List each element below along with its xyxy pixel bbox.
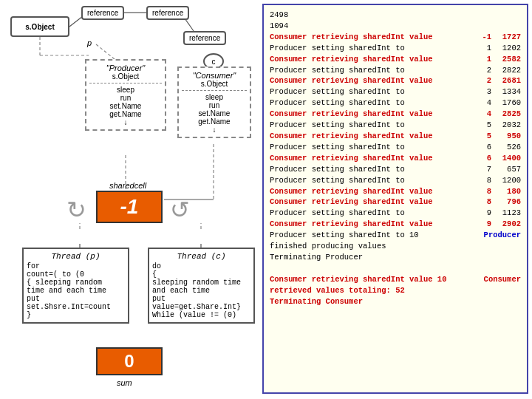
sharedcell-label: sharedcell: [109, 181, 146, 190]
consumer-title: "Consumer": [182, 71, 247, 80]
log-num1: 7: [475, 164, 491, 175]
log-text: Consumer retrieving sharedInt value: [270, 153, 475, 164]
log-line: Consumer retrieving sharedInt value 10Co…: [270, 274, 521, 285]
log-num1: 9: [475, 219, 491, 230]
log-text: 2498: [270, 10, 521, 21]
log-text: Consumer retrieving sharedInt value: [270, 197, 475, 208]
log-text: Producer setting sharedInt to: [270, 120, 475, 131]
log-num1: 8: [475, 175, 491, 186]
log-num1: 5: [475, 120, 491, 131]
thread-c-while: While (value != (0): [152, 311, 250, 319]
log-text: Producer setting sharedInt to: [270, 164, 475, 175]
log-text: retrieved values totaling: 52: [270, 285, 521, 296]
log-line: Producer setting sharedInt to81200: [270, 175, 521, 186]
log-line: Producer setting sharedInt to6526: [270, 142, 521, 153]
reference-box-3: reference: [183, 31, 226, 45]
sharedcell-box: -1: [96, 191, 163, 223]
thread-c-value: value=get.Share.Int}: [152, 303, 250, 311]
log-text: 1094: [270, 21, 521, 32]
producer-method-setname: set.Name: [89, 102, 162, 110]
log-line: Producer setting sharedInt to11202: [270, 43, 521, 54]
log-line: Producer setting sharedInt to 10Producer: [270, 230, 521, 241]
log-line: Consumer retrieving sharedInt value-1172…: [270, 32, 521, 43]
log-num1: 3: [475, 86, 491, 98]
thread-c-put: put: [152, 295, 250, 303]
log-text: Consumer retrieving sharedInt value: [270, 219, 475, 230]
log-num2: 180: [494, 186, 521, 197]
log-line: Consumer retrieving sharedInt value61400: [270, 153, 521, 164]
log-num1: 1: [475, 54, 491, 65]
ref3-label: reference: [189, 34, 220, 42]
log-line: [270, 263, 521, 274]
log-num2: 657: [494, 164, 521, 175]
consumer-method-sleep: sleep: [182, 93, 247, 101]
log-num2: 2825: [494, 109, 521, 120]
log-num2: 796: [494, 197, 521, 208]
thread-p-count: count=( to (0: [27, 270, 125, 279]
thread-p-set: set.Shsre.Int=count: [27, 303, 125, 311]
producer-method-more: ↓: [89, 118, 162, 126]
producer-title: "Producer": [89, 64, 162, 72]
log-text: finished producing values: [270, 241, 521, 252]
producer-method-sleep: sleep: [89, 86, 162, 94]
log-text: Consumer retrieving sharedInt value: [270, 186, 475, 197]
ref1-label: reference: [87, 9, 118, 17]
thread-p-box: Thread (p) for count=( to (0 { sleeping …: [22, 248, 129, 324]
log-line: Terminating Consumer: [270, 296, 521, 307]
log-text: Producer setting sharedInt to: [270, 208, 475, 219]
thread-c-time: and each time: [152, 287, 250, 295]
log-extra-label: Producer: [484, 230, 521, 241]
thread-p-title: Thread (p): [27, 252, 125, 261]
sobject-ellipse: s.Object: [10, 16, 69, 37]
log-num2: 2032: [494, 120, 521, 131]
sum-box: 0: [96, 347, 163, 375]
log-text: Terminating Consumer: [270, 296, 521, 307]
log-panel: 24981094Consumer retrieving sharedInt va…: [262, 4, 528, 394]
log-text: Consumer retrieving sharedInt value: [270, 75, 475, 86]
log-line: Terminating Producer: [270, 252, 521, 263]
diagram-panel: s.Object reference reference reference p…: [0, 0, 266, 399]
c-label: c: [212, 58, 216, 66]
log-line: Producer setting sharedInt to41760: [270, 98, 521, 109]
log-text: Producer setting sharedInt to 10: [270, 230, 480, 241]
log-num1: -1: [475, 32, 491, 43]
reference-box-2: reference: [146, 6, 189, 20]
thread-p-put: put: [27, 295, 125, 303]
thread-p-end: }: [27, 311, 125, 319]
log-line: Consumer retrieving sharedInt value92902: [270, 219, 521, 230]
arrow-right-icon: ↺: [170, 196, 190, 224]
log-text: Consumer retrieving sharedInt value 10: [270, 274, 480, 285]
log-line: Consumer retrieving sharedInt value42825: [270, 109, 521, 120]
thread-p-for: for: [27, 262, 125, 270]
log-num2: 2902: [494, 219, 521, 230]
log-num2: 950: [494, 131, 521, 142]
log-line: Producer setting sharedInt to31334: [270, 86, 521, 98]
log-num2: 1334: [494, 86, 521, 98]
sobject-label: s.Object: [25, 23, 54, 31]
consumer-subtitle: s.Object: [182, 80, 247, 88]
p-label: p: [87, 38, 92, 47]
log-text: Consumer retrieving sharedInt value: [270, 32, 475, 43]
log-line: Consumer retrieving sharedInt value22681: [270, 75, 521, 86]
log-num1: 6: [475, 142, 491, 153]
sharedcell-value: -1: [120, 195, 139, 219]
log-line: Consumer retrieving sharedInt value12582: [270, 54, 521, 65]
ref2-label: reference: [152, 9, 183, 17]
reference-box-1: reference: [81, 6, 124, 20]
log-num1: 1: [475, 43, 491, 54]
consumer-method-run: run: [182, 101, 247, 109]
log-text: Producer setting sharedInt to: [270, 43, 475, 54]
log-num1: 9: [475, 208, 491, 219]
log-text: Consumer retrieving sharedInt value: [270, 109, 475, 120]
consumer-box: "Consumer" s.Object sleep run set.Name g…: [177, 66, 251, 138]
producer-box: "Producer" s.Object sleep run set.Name g…: [85, 59, 166, 131]
log-text: Producer setting sharedInt to: [270, 175, 475, 186]
thread-c-do: do: [152, 262, 250, 270]
log-line: Consumer retrieving sharedInt value8180: [270, 186, 521, 197]
log-extra-label: Consumer: [484, 274, 521, 285]
sum-label: sum: [117, 378, 132, 387]
log-num1: 4: [475, 109, 491, 120]
producer-subtitle: s.Object: [89, 72, 162, 81]
log-line: 2498: [270, 10, 521, 21]
log-num1: 4: [475, 98, 491, 109]
